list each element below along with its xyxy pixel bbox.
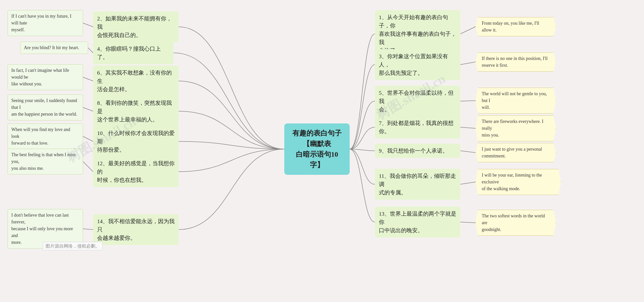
svg-line-13 — [460, 222, 475, 223]
en12-text: The best feeling is that when I miss you… — [11, 152, 75, 171]
cn6-text: 6、其实我不敢想象，没有你的生 活会是怎样。 — [97, 70, 172, 92]
svg-line-7 — [460, 27, 475, 34]
ren5-node: The world will not be gentle to you, but… — [475, 88, 556, 114]
ren11-node: I will be your ear, listening to the exc… — [475, 169, 561, 195]
cn6-node: 6、其实我不敢想象，没有你的生 活会是怎样。 — [93, 65, 179, 96]
rn9-node: 9、我只想给你一个人承诺。 — [375, 144, 460, 158]
rn1-text: 1、从今天开始有趣的表白句子，你 喜欢我这件事有趣的表白句子，我 允许了。 — [379, 14, 456, 54]
cn4-node: 4、你眼瞎吗？撞我心口上了。 — [93, 42, 174, 64]
en4-node: Are you blind? It hit my heart. — [20, 42, 88, 54]
cn2-text: 2、如果我的未来不能拥有你，我 会恨死我自己的。 — [97, 15, 172, 38]
en10-text: When will you find my love and look forw… — [11, 127, 70, 146]
rn9-text: 9、我只想给你一个人承诺。 — [379, 148, 448, 154]
svg-line-3 — [83, 108, 93, 111]
en6-node: In fact, I can't imagine what life would… — [8, 64, 83, 90]
cn10-node: 10、什么时候你才会发现我的爱期 待那份爱。 — [93, 126, 179, 157]
ren7-node: There are fireworks everywhere. I really… — [475, 115, 556, 141]
svg-line-4 — [83, 137, 93, 142]
svg-line-6 — [83, 229, 93, 230]
svg-line-0 — [83, 23, 93, 27]
center-node: 有趣的表白句子【幽默表 白暗示语句10字】 — [284, 123, 350, 175]
footnote-text: 图片源自网络，侵权必删。 — [46, 244, 100, 249]
svg-line-10 — [460, 127, 475, 128]
svg-line-8 — [460, 62, 475, 65]
ren5-text: The world will not be gentle to you, but… — [482, 91, 547, 110]
rn11-text: 11、我会做你的耳朵，倾听那走调 式的专属。 — [379, 173, 456, 196]
ren1-text: From today on, you like me, I'll allow i… — [482, 21, 539, 32]
footnote: 图片源自网络，侵权必删。 — [43, 242, 103, 250]
ren9-text: I just want to give you a personal commi… — [482, 147, 542, 158]
cn12-node: 12、最美好的感觉是，当我想你的 时候，你也在想我。 — [93, 156, 179, 187]
rn13-text: 13、世界上最温柔的两个字就是你 口中说出的晚安。 — [379, 211, 456, 233]
ren13-node: The two softest words in the world are g… — [475, 210, 556, 236]
svg-line-9 — [460, 101, 475, 101]
en6-text: In fact, I can't imagine what life would… — [11, 68, 69, 86]
cn10-text: 10、什么时候你才会发现我的爱期 待那份爱。 — [97, 130, 175, 153]
en12-node: The best feeling is that when I miss you… — [8, 149, 83, 175]
rn3-text: 3、你对象这个位置如果没有人， 那么我先预定了。 — [379, 53, 448, 76]
en4-text: Are you blind? It hit my heart. — [24, 45, 79, 50]
center-label: 有趣的表白句子【幽默表 白暗示语句10字】 — [292, 129, 342, 169]
cn14-node: 14、我不相信爱能永远，因为我只 会越来越爱你。 — [93, 214, 179, 245]
ren13-text: The two softest words in the world are g… — [482, 213, 545, 232]
rn5-text: 5、世界不会对你温柔以待，但我 会。 — [379, 90, 454, 113]
rn3-node: 3、你对象这个位置如果没有人， 那么我先预定了。 — [375, 49, 460, 80]
en2-text: If I can't have you in my future, I will… — [11, 14, 71, 32]
ren1-node: From today on, you like me, I'll allow i… — [475, 17, 556, 36]
rn13-node: 13、世界上最温柔的两个字就是你 口中说出的晚安。 — [375, 207, 460, 238]
rn7-text: 7、到处都是烟花，我真的很想你。 — [379, 120, 454, 135]
ren11-text: I will be your ear, listening to the exc… — [482, 173, 542, 191]
svg-line-2 — [83, 77, 93, 81]
svg-line-5 — [83, 162, 93, 172]
cn14-text: 14、我不相信爱能永远，因为我只 会越来越爱你。 — [97, 218, 175, 241]
cn8-text: 8、看到你的微笑，突然发现我是 这个世界上最幸福的人。 — [97, 100, 172, 123]
cn4-text: 4、你眼瞎吗？撞我心口上了。 — [97, 46, 161, 60]
en8-text: Seeing your smile, I suddenly found that… — [11, 98, 77, 117]
en8-node: Seeing your smile, I suddenly found that… — [8, 94, 83, 120]
en2-node: If I can't have you in my future, I will… — [8, 10, 83, 36]
ren9-node: I just want to give you a personal commi… — [475, 143, 556, 162]
svg-line-11 — [460, 151, 475, 153]
ren3-text: If there is no one in this position, I'l… — [482, 56, 548, 68]
rn7-node: 7、到处都是烟花，我真的很想你。 — [375, 116, 460, 139]
ren3-node: If there is no one in this position, I'l… — [475, 52, 556, 72]
svg-line-1 — [88, 48, 93, 53]
rn5-node: 5、世界不会对你温柔以待，但我 会。 — [375, 86, 460, 117]
svg-line-12 — [460, 182, 475, 184]
en14-text: I don't believe that love can last forev… — [11, 213, 73, 245]
cn2-node: 2、如果我的未来不能拥有你，我 会恨死我自己的。 — [93, 11, 179, 42]
cn12-text: 12、最美好的感觉是，当我想你的 时候，你也在想我。 — [97, 160, 175, 183]
ren7-text: There are fireworks everywhere. I really… — [482, 119, 543, 138]
en10-node: When will you find my love and look forw… — [8, 123, 83, 149]
cn8-node: 8、看到你的微笑，突然发现我是 这个世界上最幸福的人。 — [93, 96, 179, 127]
rn11-node: 11、我会做你的耳朵，倾听那走调 式的专属。 — [375, 169, 460, 200]
